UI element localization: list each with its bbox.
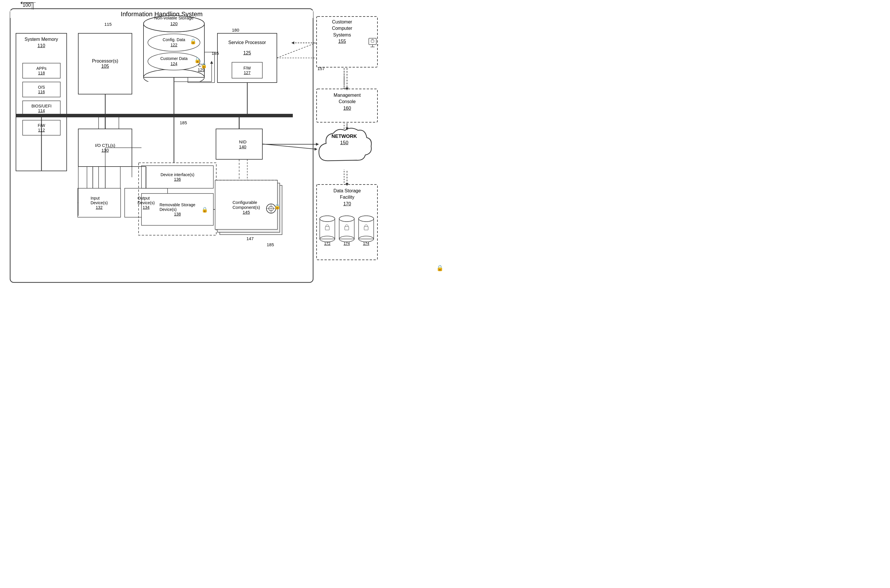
- fw-sm-label: F/W: [38, 123, 45, 128]
- svg-point-91: [339, 216, 354, 222]
- ref-157: 157: [317, 66, 325, 71]
- device-if-title: Device interface(s): [161, 172, 194, 177]
- os-label: O/S: [38, 85, 45, 90]
- ds-title: Data StorageFacility: [334, 188, 361, 200]
- apps-box: APPs 118: [23, 63, 60, 78]
- mgmt-ref: 160: [343, 106, 351, 111]
- ds-ref: 170: [343, 201, 351, 206]
- apps-ref: 118: [38, 70, 45, 75]
- lock-nid: 🔒: [436, 264, 443, 272]
- network-ref: 150: [340, 140, 348, 146]
- customer-ref: 155: [338, 39, 346, 44]
- config-data-ref: 122: [170, 43, 177, 47]
- bios-ref: 114: [38, 108, 45, 113]
- lock-removable: 🔒: [201, 207, 208, 213]
- svg-point-68: [143, 16, 204, 32]
- network-cloud: [316, 126, 373, 171]
- input-dev-label: InputDevice(s) 132: [78, 188, 120, 217]
- os-ref: 116: [38, 90, 45, 94]
- config-data-title: Config. Data: [162, 38, 185, 42]
- service-proc-label: Service Processor 125: [217, 33, 277, 62]
- lock-cv: 🔒: [201, 62, 207, 69]
- diagram-container: 100 Information Handling System System M…: [0, 0, 445, 294]
- mgmt-console-label: ManagementConsole 160: [316, 92, 378, 111]
- fw-sp-box: F/W 127: [232, 62, 262, 78]
- svg-marker-64: [20, 2, 22, 4]
- system-memory-title: System Memory 110: [17, 36, 65, 49]
- removable-ref: 138: [174, 212, 180, 216]
- lock-config-data: 🔒: [190, 38, 196, 45]
- sp-ref: 125: [243, 50, 251, 56]
- ref-147: 147: [247, 236, 254, 241]
- svg-text:172: 172: [324, 241, 331, 246]
- svg-line-109: [277, 43, 316, 58]
- mgmt-title: ManagementConsole: [334, 93, 361, 104]
- svg-point-97: [359, 216, 374, 222]
- config-comp-title: ConfigurableComponent(s): [233, 200, 260, 210]
- processor-box: Processor(s) 105: [78, 33, 132, 94]
- os-box: O/S 116: [23, 82, 60, 97]
- device-if-label: Device interface(s) 136: [141, 166, 213, 188]
- removable-title: Removable StorageDevice(s): [159, 202, 195, 212]
- svg-line-107: [262, 144, 316, 149]
- storage-cylinders: 172 174 174: [318, 212, 376, 249]
- network-title: NETWORK: [332, 134, 357, 139]
- input-dev-title: InputDevice(s): [90, 196, 108, 205]
- customer-title: CustomerComputerSystems: [332, 20, 352, 38]
- ref-100-arrow: [19, 2, 42, 12]
- io-ctl-title: I/O CTL(s): [95, 143, 116, 148]
- ref-180: 180: [232, 27, 239, 33]
- fw-sp-ref: 127: [244, 70, 251, 75]
- bios-label: BIOS/UEFI: [31, 104, 51, 108]
- ref-185-mid: 185: [180, 120, 187, 125]
- device-if-ref: 136: [174, 177, 180, 182]
- customer-data-ref: 124: [170, 62, 177, 66]
- system-memory-label: System Memory: [25, 37, 58, 42]
- nid-box-label: 🔒 NID 140: [216, 129, 262, 159]
- svg-point-85: [320, 216, 335, 222]
- apps-label: APPs: [36, 66, 47, 70]
- fw-sm-box: F/W 112: [23, 120, 60, 135]
- ref-115: 115: [104, 22, 111, 27]
- customer-data-title: Customer Data: [160, 56, 188, 61]
- bios-box: BIOS/UEFI 114: [23, 101, 60, 116]
- input-dev-ref: 132: [96, 205, 102, 210]
- network-label: NETWORK 150: [316, 133, 373, 146]
- sp-title: Service Processor: [229, 40, 266, 45]
- svg-text:174: 174: [363, 241, 369, 246]
- io-ctl-label: I/O CTL(s) 130: [78, 129, 132, 166]
- processor-ref: 105: [101, 64, 109, 69]
- svg-text:174: 174: [344, 241, 350, 246]
- customer-box-label: CustomerComputerSystems 155: [316, 19, 368, 45]
- processor-label: Processor(s): [92, 58, 118, 64]
- ref-185-bot: 185: [267, 242, 274, 247]
- icon-customer-computer: [368, 38, 377, 50]
- fw-sm-ref: 112: [38, 128, 45, 132]
- system-memory-ref: 110: [38, 43, 45, 48]
- config-comp-ref: 145: [243, 210, 250, 214]
- data-storage-label: Data StorageFacility 170: [316, 188, 378, 207]
- svg-marker-53: [292, 41, 294, 44]
- svg-rect-79: [371, 40, 374, 42]
- nid-label: NID: [239, 140, 247, 144]
- lock-config-comp: 🔒: [274, 203, 280, 210]
- fw-sp-label: F/W: [244, 66, 251, 70]
- nid-ref: 140: [239, 144, 247, 149]
- io-ctl-ref: 130: [101, 148, 109, 153]
